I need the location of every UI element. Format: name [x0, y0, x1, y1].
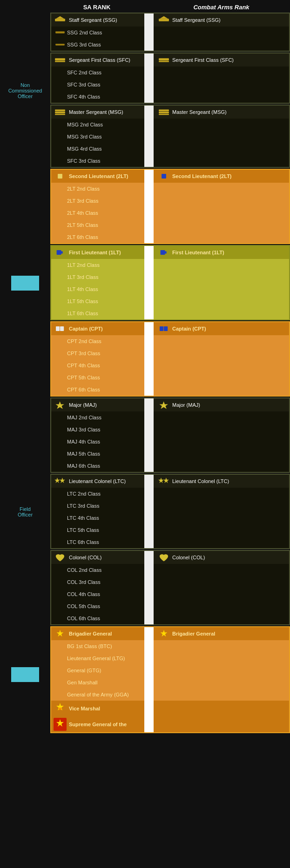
- table-row: 1LT 4th Class: [51, 283, 289, 295]
- table-row: General (GTG): [51, 664, 289, 676]
- table-row: COL 3rd Class: [51, 576, 289, 588]
- table-row: 1LT 3rd Class: [51, 271, 289, 283]
- table-row: LTC 3rd Class: [51, 500, 289, 512]
- table-row: Lieutenant Colonel (LTC) Lieutenant Colo…: [51, 475, 289, 488]
- combat-arms-rank-header: Combat Arms Rank: [153, 4, 290, 11]
- svg-rect-20: [161, 250, 165, 255]
- ssg-name: Staff Sergeant (SSG): [67, 17, 117, 23]
- table-row: Second Lieutenant (2LT) Second Lieutenan…: [51, 170, 289, 183]
- svg-rect-19: [61, 252, 63, 254]
- table-row: SFC 3rd Class: [51, 79, 289, 91]
- table-row: CPT 2nd Class: [51, 335, 289, 347]
- svg-rect-22: [56, 326, 60, 331]
- table-row: Major (MAJ) Major (MAJ): [51, 398, 289, 411]
- svg-rect-8: [159, 58, 169, 60]
- table-row: Captain (CPT) Captain (CPT): [51, 322, 289, 335]
- 2lt-combat-name: Second Lieutenant (2LT): [170, 173, 232, 179]
- table-row: MSG 3rd Class: [51, 131, 289, 143]
- 2lt-name: Second Lieutenant (2LT): [67, 173, 128, 179]
- svg-marker-1: [56, 16, 64, 19]
- col-combat-name: Colonel (COL): [170, 555, 205, 560]
- cpt-combat-name: Captain (CPT): [170, 326, 206, 331]
- table-row: General of the Army (GGA): [51, 689, 289, 701]
- ssg-3-name: SSG 3rd Class: [67, 42, 101, 47]
- col-name: Colonel (COL): [67, 555, 101, 560]
- 1lt-combat-name: First Lieutenant (1LT): [170, 250, 224, 255]
- svg-rect-11: [55, 112, 65, 113]
- table-row: Sergeant First Class (SFC) Sergeant Firs…: [51, 53, 289, 66]
- table-row: COL 2nd Class: [51, 564, 289, 576]
- cpt-name: Captain (CPT): [67, 326, 103, 331]
- svg-rect-12: [55, 114, 65, 115]
- table-row: 2LT 5th Class: [51, 219, 289, 231]
- table-row: 2LT 6th Class: [51, 231, 289, 243]
- svg-rect-24: [160, 326, 163, 331]
- 1lt-section-color: [11, 276, 39, 291]
- table-row: 2LT 2nd Class: [51, 183, 289, 195]
- ssg-2-name: SSG 2nd Class: [67, 30, 102, 35]
- bg-name: Brigadier General: [67, 631, 112, 636]
- table-row: MAJ 2nd Class: [51, 411, 289, 424]
- vice-marshal-name: Vice Marshal: [67, 706, 100, 711]
- table-row: CPT 3rd Class: [51, 347, 289, 359]
- svg-rect-0: [55, 19, 65, 21]
- table-row: 1LT 2nd Class: [51, 259, 289, 271]
- table-row: Gen Marshall: [51, 676, 289, 689]
- svg-rect-4: [55, 32, 65, 33]
- table-row: 1LT 6th Class: [51, 307, 289, 319]
- maj-combat-name: Major (MAJ): [170, 402, 200, 408]
- table-row: Colonel (COL) Colonel (COL): [51, 551, 289, 564]
- table-row: 2LT 3rd Class: [51, 195, 289, 207]
- svg-rect-15: [159, 114, 169, 115]
- table-row: SFC 2nd Class: [51, 66, 289, 79]
- table-row: MAJ 3rd Class: [51, 424, 289, 436]
- supreme-general-name: Supreme General of the: [67, 722, 127, 727]
- svg-rect-16: [58, 174, 62, 179]
- svg-rect-2: [159, 19, 169, 21]
- svg-rect-10: [55, 110, 65, 112]
- table-row: LTC 4th Class: [51, 512, 289, 524]
- svg-rect-21: [165, 252, 167, 254]
- table-row: MAJ 4th Class: [51, 436, 289, 448]
- sa-rank-header: SA RANK: [50, 4, 143, 11]
- table-row: Staff Sergeant (SSG) Staff Sergeant (SSG…: [51, 13, 289, 27]
- table-row: Brigadier General Brigadier General: [51, 627, 289, 640]
- table-row: COL 5th Class: [51, 600, 289, 612]
- svg-rect-9: [159, 61, 169, 62]
- table-row: COL 4th Class: [51, 588, 289, 600]
- gen-section-color: [11, 667, 39, 682]
- ltc-combat-name: Lieutenant Colonel (LTC): [170, 478, 229, 484]
- table-row: SFC 3rd Class: [51, 155, 289, 167]
- table-row: SSG 3rd Class: [51, 39, 289, 51]
- table-row: MAJ 6th Class: [51, 460, 289, 472]
- table-row: MAJ 5th Class: [51, 448, 289, 460]
- svg-marker-3: [160, 16, 168, 19]
- svg-rect-5: [55, 44, 65, 45]
- svg-rect-14: [159, 112, 169, 113]
- table-row: LTC 5th Class: [51, 524, 289, 536]
- table-row: LTC 2nd Class: [51, 488, 289, 500]
- table-row: CPT 5th Class: [51, 371, 289, 384]
- msg-combat-name: Master Sergeant (MSG): [170, 109, 227, 115]
- sfc-combat-name: Sergeant First Class (SFC): [170, 57, 234, 63]
- table-row: 1LT 5th Class: [51, 295, 289, 307]
- table-row: Supreme General of the: [51, 716, 289, 732]
- table-row: 2LT 4th Class: [51, 207, 289, 219]
- table-row: MSG 2nd Class: [51, 119, 289, 131]
- sfc-name: Sergeant First Class (SFC): [67, 57, 130, 63]
- table-row: First Lieutenant (1LT) First Lieutenant …: [51, 246, 289, 259]
- svg-rect-6: [55, 58, 65, 60]
- svg-rect-13: [159, 110, 169, 112]
- bg-combat-name: Brigadier General: [170, 631, 215, 636]
- table-row: COL 6th Class: [51, 612, 289, 624]
- table-row: BG 1st Class (BTC): [51, 640, 289, 652]
- table-row: SFC 4th Class: [51, 91, 289, 103]
- table-row: Lieutenant General (LTG): [51, 652, 289, 664]
- table-row: MSG 4rd Class: [51, 143, 289, 155]
- maj-name: Major (MAJ): [67, 402, 97, 408]
- svg-rect-25: [164, 326, 168, 331]
- nco-section-label: NonCommissionedOfficer: [0, 13, 50, 169]
- table-row: Vice Marshal: [51, 701, 289, 716]
- svg-rect-17: [162, 174, 166, 179]
- ltc-name: Lieutenant Colonel (LTC): [67, 478, 126, 484]
